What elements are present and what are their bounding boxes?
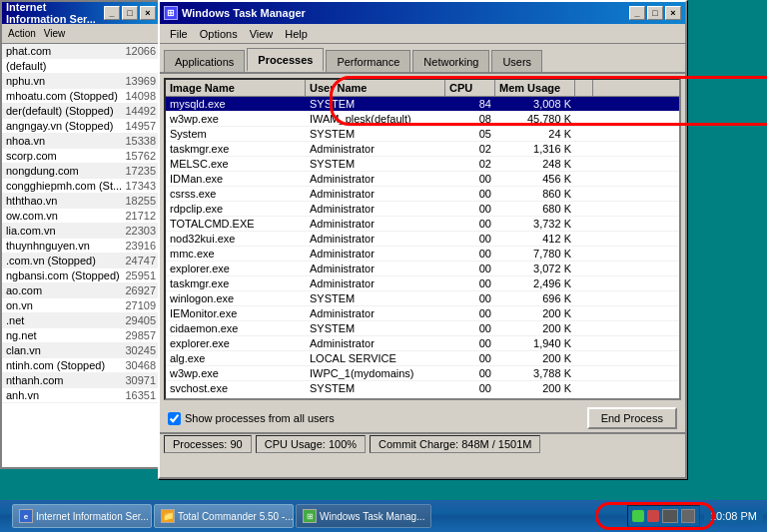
- list-item[interactable]: clan.vn 30245: [2, 343, 160, 358]
- list-item[interactable]: ao.com 26927: [2, 283, 160, 298]
- table-row[interactable]: TOTALCMD.EXE Administrator 00 3,732 K: [166, 217, 679, 232]
- tab-users[interactable]: Users: [491, 50, 542, 72]
- table-row[interactable]: nod32kui.exe Administrator 00 412 K: [166, 232, 679, 247]
- menu-view[interactable]: View: [244, 26, 280, 42]
- list-item[interactable]: nphu.vn 13969: [2, 74, 160, 89]
- table-row[interactable]: explorer.exe Administrator 00 1,940 K: [166, 336, 679, 351]
- tab-performance[interactable]: Performance: [326, 50, 410, 72]
- cell-name: TOTALCMD.EXE: [166, 217, 306, 231]
- list-item[interactable]: thuynhnguyen.vn 23916: [2, 239, 160, 254]
- cell-cpu: 00: [445, 247, 495, 261]
- tab-processes[interactable]: Processes: [247, 48, 324, 72]
- table-row[interactable]: cidaemon.exe SYSTEM 00 200 K: [166, 321, 679, 336]
- cell-spacer: [575, 187, 593, 201]
- site-name: nphu.vn: [6, 75, 125, 87]
- list-item[interactable]: on.vn 27109: [2, 298, 160, 313]
- cell-cpu: 00: [445, 306, 495, 320]
- tab-networking[interactable]: Networking: [412, 50, 489, 72]
- table-row[interactable]: IEMonitor.exe Administrator 00 200 K: [166, 306, 679, 321]
- col-mem[interactable]: Mem Usage: [495, 80, 575, 96]
- cell-mem: 860 K: [495, 187, 575, 201]
- list-item[interactable]: (default): [2, 59, 160, 74]
- tab-applications[interactable]: Applications: [164, 50, 245, 72]
- cell-user: SYSTEM: [306, 97, 445, 111]
- list-item[interactable]: mhoatu.com (Stopped) 14098: [2, 89, 160, 104]
- list-item[interactable]: lia.com.vn 22303: [2, 224, 160, 239]
- list-item[interactable]: congghiepmh.com (St... 17343: [2, 179, 160, 194]
- list-item[interactable]: scorp.com 15762: [2, 149, 160, 164]
- table-row[interactable]: taskmgr.exe Administrator 02 1,316 K: [166, 142, 679, 157]
- table-row[interactable]: IDMan.exe Administrator 00 456 K: [166, 172, 679, 187]
- table-row[interactable]: alg.exe LOCAL SERVICE 00 200 K: [166, 351, 679, 366]
- table-row[interactable]: MELSC.exe SYSTEM 02 248 K: [166, 157, 679, 172]
- list-item[interactable]: .com.vn (Stopped) 24747: [2, 254, 160, 268]
- cell-name: w3wp.exe: [166, 366, 306, 380]
- cell-name: IEMonitor.exe: [166, 306, 306, 320]
- table-row[interactable]: taskmgr.exe Administrator 00 2,496 K: [166, 276, 679, 291]
- table-row[interactable]: w3wp.exe IWAM_plesk(default) 08 45,780 K: [166, 112, 679, 127]
- maximize-button[interactable]: □: [647, 6, 663, 20]
- list-item[interactable]: hththao.vn 18255: [2, 194, 160, 209]
- cell-spacer: [575, 291, 593, 305]
- left-menu-item[interactable]: Action: [4, 27, 40, 40]
- list-item[interactable]: angngay.vn (Stopped) 14957: [2, 119, 160, 134]
- list-item[interactable]: anh.vn 16351: [2, 388, 160, 403]
- col-user-name[interactable]: User Name: [306, 80, 445, 96]
- close-btn-left[interactable]: ×: [140, 6, 156, 20]
- site-id: 18255: [125, 195, 156, 207]
- list-item[interactable]: ng.net 29857: [2, 328, 160, 343]
- cell-name: MELSC.exe: [166, 157, 306, 171]
- cell-mem: 200 K: [495, 321, 575, 335]
- show-all-processes-checkbox[interactable]: [168, 412, 181, 425]
- site-name: der(default) (Stopped): [6, 105, 125, 117]
- cell-spacer: [575, 321, 593, 335]
- status-bar: Processes: 90 CPU Usage: 100% Commit Cha…: [160, 432, 685, 454]
- taskbar-btn-totalcmd[interactable]: 📁 Total Commander 5.50 -...: [154, 504, 294, 528]
- table-row[interactable]: mysqld.exe SYSTEM 84 3,008 K: [166, 97, 679, 112]
- list-item[interactable]: ow.com.vn 21712: [2, 209, 160, 224]
- cell-cpu: 00: [445, 187, 495, 201]
- minimize-btn-left[interactable]: _: [104, 6, 120, 20]
- list-item[interactable]: ngbansi.com (Stopped) 25951: [2, 268, 160, 283]
- table-row[interactable]: w3wp.exe IWPC_1(mydomains) 00 3,788 K: [166, 366, 679, 381]
- list-item[interactable]: ntinh.com (Stopped) 30468: [2, 358, 160, 373]
- table-row[interactable]: mmc.exe Administrator 00 7,780 K: [166, 247, 679, 262]
- table-row[interactable]: explorer.exe Administrator 00 3,072 K: [166, 262, 679, 276]
- table-row[interactable]: csrss.exe Administrator 00 860 K: [166, 187, 679, 202]
- close-button[interactable]: ×: [665, 6, 681, 20]
- list-item[interactable]: nongdung.com 17235: [2, 164, 160, 179]
- table-row[interactable]: System SYSTEM 05 24 K: [166, 127, 679, 142]
- menu-help[interactable]: Help: [279, 26, 314, 42]
- cell-spacer: [575, 381, 593, 393]
- taskbar-btn-taskmgr[interactable]: ⊞ Windows Task Manag...: [296, 504, 431, 528]
- list-item[interactable]: phat.com 12066: [2, 44, 160, 59]
- list-item[interactable]: der(default) (Stopped) 14492: [2, 104, 160, 119]
- menu-file[interactable]: File: [164, 26, 194, 42]
- menu-options[interactable]: Options: [194, 26, 244, 42]
- cell-mem: 2,496 K: [495, 276, 575, 290]
- cell-name: rdpclip.exe: [166, 202, 306, 216]
- cell-spacer: [575, 276, 593, 290]
- col-cpu[interactable]: CPU: [445, 80, 495, 96]
- table-row[interactable]: rdpclip.exe Administrator 00 680 K: [166, 202, 679, 217]
- table-row[interactable]: winlogon.exe SYSTEM 00 696 K: [166, 291, 679, 306]
- maximize-btn-left[interactable]: □: [122, 6, 138, 20]
- taskbar-btn-iis[interactable]: e Internet Information Ser...: [12, 504, 152, 528]
- cell-mem: 696 K: [495, 291, 575, 305]
- end-process-button[interactable]: End Process: [587, 407, 677, 429]
- list-item[interactable]: .net 29405: [2, 313, 160, 328]
- show-all-processes-label[interactable]: Show processes from all users: [168, 412, 335, 425]
- minimize-button[interactable]: _: [629, 6, 645, 20]
- col-image-name[interactable]: Image Name: [166, 80, 306, 96]
- table-row[interactable]: svchost.exe SYSTEM 00 200 K: [166, 381, 679, 393]
- left-menu-item2[interactable]: View: [40, 27, 70, 40]
- cell-spacer: [575, 217, 593, 231]
- cell-cpu: 00: [445, 172, 495, 186]
- cell-spacer: [575, 306, 593, 320]
- site-name: ntinh.com (Stopped): [6, 359, 125, 371]
- list-item[interactable]: nthanh.com 30971: [2, 373, 160, 388]
- cell-user: SYSTEM: [306, 381, 445, 393]
- list-item[interactable]: nhoa.vn 15338: [2, 134, 160, 149]
- site-name: clan.vn: [6, 344, 125, 356]
- cell-user: LOCAL SERVICE: [306, 351, 445, 365]
